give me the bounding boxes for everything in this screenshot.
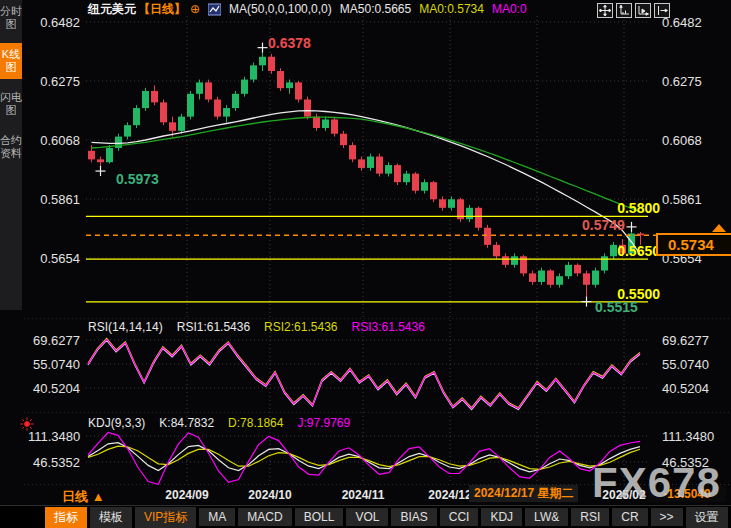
- sidebar-tab-4[interactable]: 合约资料: [0, 129, 22, 165]
- indicator-toolbar: 指标模板VIP指标MAMACDBOLLVOLBIASCCIKDJLW&RSICR…: [0, 505, 731, 528]
- x-axis-label: 2024/11: [331, 488, 395, 502]
- toolbar-button-模板[interactable]: 模板: [90, 507, 132, 528]
- ma0-value-a: MA0:0.5734: [419, 2, 484, 16]
- kdj-corner-value: -13.5040: [648, 486, 726, 502]
- swing-markers: [96, 43, 637, 307]
- rsi-line-rsi3: [88, 339, 640, 408]
- kdj-panel-header: KDJ(9,3,3) K:84.7832 D:78.1864 J:97.9769: [88, 416, 350, 430]
- ma-indicator-icon[interactable]: [208, 3, 221, 16]
- rsi-title: RSI(14,14,14): [88, 320, 163, 334]
- rsi-axis-label: 69.6277: [28, 333, 80, 348]
- period-selector[interactable]: 日线 ▲: [62, 488, 105, 506]
- ma50-value: MA50:0.5665: [340, 2, 411, 16]
- kdj-k-value: K:84.7832: [159, 416, 214, 430]
- y-axis-label: 0.5861: [662, 192, 714, 207]
- candlestick-series: [88, 52, 644, 298]
- rsi-axis-label: 69.6277: [662, 333, 714, 348]
- move-tool-icon[interactable]: [597, 3, 613, 18]
- kdj-axis-label: 111.3480: [662, 429, 714, 444]
- sidebar-tab-2[interactable]: K线图: [0, 43, 22, 79]
- toolbar-button-rsi[interactable]: RSI: [571, 508, 609, 526]
- sidebar-tab-1[interactable]: 分时图: [0, 0, 22, 36]
- sidebar-tab-3[interactable]: 闪电图: [0, 86, 22, 122]
- period-tag: 【日线】: [138, 1, 186, 18]
- kdj-title: KDJ(9,3,3): [88, 416, 145, 430]
- trading-app-window: 分时图K线图闪电图合约资料 纽元美元【日线】⊕ MA(50,0,0,100,0,…: [0, 0, 731, 528]
- toolbar-button-vip指标[interactable]: VIP指标: [135, 507, 196, 528]
- ma-settings: MA(50,0,0,100,0,0): [229, 2, 332, 16]
- rsi-lines: [88, 339, 640, 410]
- start-low-label: 0.5973: [116, 171, 159, 187]
- crosshair-date-box: 2024/12/17 星期二: [469, 485, 578, 502]
- kdj-axis-label: 46.5352: [662, 455, 714, 470]
- y-axis-label: 0.5654: [28, 251, 80, 266]
- ma0-value-b: MA0:0: [492, 2, 527, 16]
- toolbar-button-[interactable]: >>: [651, 508, 683, 526]
- y-axis-label: 0.6068: [662, 133, 714, 148]
- period-arrow-icon: ▲: [92, 489, 105, 504]
- rsi-line-rsi1: [88, 340, 640, 409]
- chart-tool-icons: [597, 3, 670, 18]
- kdj-lines: [88, 433, 640, 485]
- rsi-axis-label: 40.5204: [28, 381, 80, 396]
- kdj-axis-label: 46.5352: [28, 455, 80, 470]
- current-price-box: 0.5734: [656, 233, 731, 256]
- toolbar-button-lw[interactable]: LW&: [525, 508, 568, 526]
- toolbar-button-设置[interactable]: 设置: [686, 507, 728, 528]
- symbol-name: 纽元美元: [88, 1, 136, 18]
- toolbar-button-kdj[interactable]: KDJ: [481, 508, 522, 526]
- chart-type-sidebar: 分时图K线图闪电图合约资料: [0, 0, 22, 310]
- rsi-axis-label: 55.0740: [662, 357, 714, 372]
- rsi-line-rsi2: [88, 339, 640, 408]
- kdj-d-value: D:78.1864: [228, 416, 283, 430]
- kdj-axis-label: 111.3480: [28, 429, 80, 444]
- rsi2-value: RSI2:61.5436: [264, 320, 337, 334]
- swing-high-label: 0.6378: [268, 35, 311, 51]
- pan-right-icon[interactable]: [654, 3, 670, 18]
- ma-line-ma100: [92, 117, 641, 212]
- toolbar-button-vol[interactable]: VOL: [346, 508, 388, 526]
- y-axis-label: 0.5861: [28, 192, 80, 207]
- price-panel: [88, 52, 644, 298]
- x-axis-label: 2024/09: [155, 488, 219, 502]
- level-label: 0.5800: [560, 200, 660, 216]
- add-indicator-icon[interactable]: ⊕: [190, 2, 200, 16]
- rsi-panel-header: RSI(14,14,14) RSI1:61.5436 RSI2:61.5436 …: [88, 320, 425, 334]
- y-axis-label: 0.6482: [28, 15, 80, 30]
- ma-line-ma50: [92, 111, 641, 255]
- kdj-j-value: J:97.9769: [297, 416, 350, 430]
- x-axis-label: 2025/02: [592, 488, 656, 502]
- chart-header: 纽元美元【日线】⊕ MA(50,0,0,100,0,0) MA50:0.5665…: [88, 2, 527, 16]
- toolbar-button-boll[interactable]: BOLL: [295, 508, 344, 526]
- toolbar-button-macd[interactable]: MACD: [238, 508, 291, 526]
- rsi3-value: RSI3:61.5436: [352, 320, 425, 334]
- level-label: 0.5500: [560, 286, 660, 302]
- toolbar-button-指标[interactable]: 指标: [45, 507, 87, 528]
- y-axis-label: 0.6275: [28, 74, 80, 89]
- rsi-axis-label: 55.0740: [28, 357, 80, 372]
- toolbar-button-ma[interactable]: MA: [199, 508, 235, 526]
- auto-scale-x-icon[interactable]: [635, 3, 651, 18]
- resistance-label: 0.5749: [582, 217, 625, 233]
- rsi-axis-label: 40.5204: [662, 381, 714, 396]
- toolbar-button-cci[interactable]: CCI: [440, 508, 479, 526]
- auto-scale-y-icon[interactable]: [616, 3, 632, 18]
- y-axis-label: 0.6275: [662, 74, 714, 89]
- toolbar-button-bias[interactable]: BIAS: [391, 508, 436, 526]
- level-label: 0.5650: [560, 243, 660, 259]
- y-axis-label: 0.6068: [28, 133, 80, 148]
- toolbar-button-cr[interactable]: CR: [612, 508, 647, 526]
- x-axis-label: 2024/10: [238, 488, 302, 502]
- rsi1-value: RSI1:61.5436: [177, 320, 250, 334]
